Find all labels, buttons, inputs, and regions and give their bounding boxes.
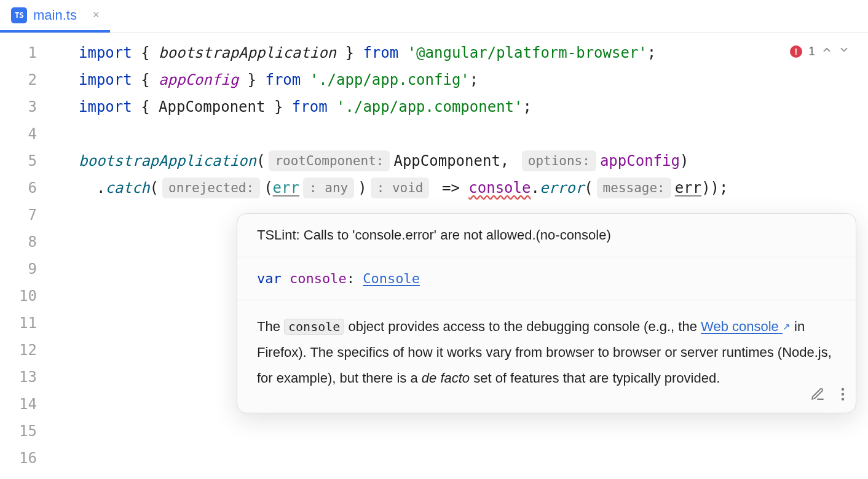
edit-icon[interactable] — [810, 387, 825, 402]
svg-point-2 — [842, 398, 844, 400]
web-console-link[interactable]: Web console ↗ — [701, 319, 791, 334]
svg-point-1 — [842, 393, 844, 395]
editor-tab-main-ts[interactable]: TS main.ts × — [0, 0, 110, 33]
close-icon[interactable]: × — [93, 9, 100, 21]
inlay-hint: message: — [597, 177, 671, 198]
code-chip: console — [284, 319, 344, 335]
code-line: import { AppComponent } from './app/app.… — [79, 93, 868, 120]
doc-description: The console object provides access to th… — [237, 300, 856, 413]
code-line: import { bootstrapApplication } from '@a… — [79, 39, 868, 66]
typescript-file-icon: TS — [11, 7, 27, 23]
line-number-gutter: 1234 5678 9101112 13141516 — [0, 33, 48, 479]
svg-point-0 — [842, 388, 844, 391]
code-line: .catch(onrejected:(err: any): void => co… — [79, 174, 868, 201]
lint-message: TSLint: Calls to 'console.error' are not… — [237, 214, 856, 257]
inlay-hint: onrejected: — [162, 177, 260, 198]
external-link-icon: ↗ — [783, 318, 791, 336]
documentation-popup: TSLint: Calls to 'console.error' are not… — [237, 213, 856, 413]
code-line: import { appConfig } from './app/app.con… — [79, 66, 868, 93]
type-signature: var console: Console — [237, 257, 856, 300]
editor-tabbar: TS main.ts × — [0, 0, 868, 33]
inlay-hint: rootComponent: — [269, 150, 390, 171]
tab-filename: main.ts — [33, 7, 77, 23]
more-icon[interactable] — [841, 387, 845, 402]
inlay-hint: options: — [522, 150, 596, 171]
inlay-hint: : any — [303, 177, 354, 198]
code-line: bootstrapApplication(rootComponent:AppCo… — [79, 147, 868, 174]
inlay-hint: : void — [371, 177, 430, 198]
type-link[interactable]: Console — [363, 271, 420, 286]
